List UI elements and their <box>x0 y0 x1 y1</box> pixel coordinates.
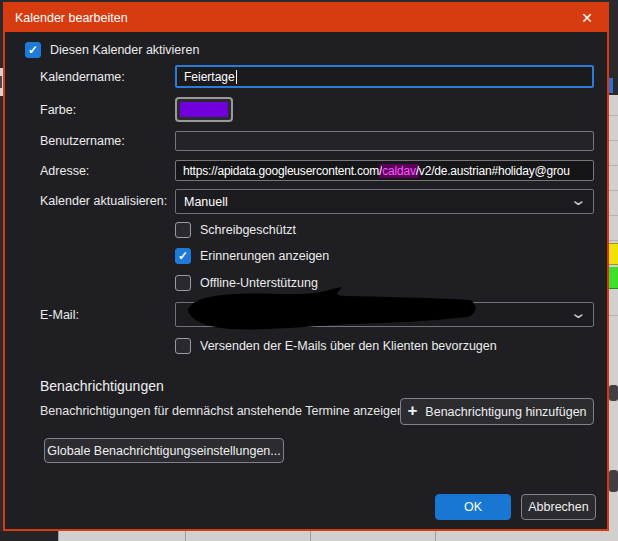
chevron-down-icon: ⌄ <box>570 304 588 322</box>
email-label: E-Mail: <box>40 308 79 322</box>
background-app-right-sliver <box>609 0 618 541</box>
dialog-body: ✓ Diesen Kalender aktivieren Kalendernam… <box>5 32 607 529</box>
refresh-selected-value: Manuell <box>184 195 228 209</box>
offline-support-checkbox[interactable]: Offline-Unterstützung <box>175 275 318 291</box>
offline-support-label: Offline-Unterstützung <box>200 276 318 290</box>
ok-button[interactable]: OK <box>435 494 511 520</box>
plus-icon: + <box>407 402 417 419</box>
color-label: Farbe: <box>40 103 76 117</box>
add-notification-button[interactable]: + Benachrichtigung hinzufügen <box>400 398 594 425</box>
color-swatch <box>180 102 228 117</box>
notifications-description: Benachrichtigungen für demnächst anstehe… <box>40 404 404 418</box>
background-selection-fragment <box>609 78 613 93</box>
close-icon[interactable]: ✕ <box>567 4 607 32</box>
send-via-client-checkbox[interactable]: Versenden der E-Mails über den Klienten … <box>175 338 497 354</box>
checkbox-checked-icon[interactable]: ✓ <box>175 248 191 264</box>
edit-calendar-dialog: Kalender bearbeiten ✕ ✓ Diesen Kalender … <box>3 2 609 531</box>
background-event-yellow <box>609 243 618 265</box>
refresh-label: Kalender aktualisieren: <box>40 194 167 208</box>
color-picker-button[interactable] <box>175 97 233 122</box>
show-reminders-label: Erinnerungen anzeigen <box>200 249 329 263</box>
readonly-label: Schreibgeschützt <box>200 223 296 237</box>
background-calendar-columns <box>0 531 618 541</box>
calendar-name-label: Kalendername: <box>40 70 125 84</box>
checkbox-unchecked-icon[interactable] <box>175 338 191 354</box>
find-highlight-match: caldav <box>382 164 416 178</box>
username-label: Benutzername: <box>40 134 125 148</box>
enable-calendar-checkbox[interactable]: ✓ Diesen Kalender aktivieren <box>25 42 199 58</box>
refresh-select[interactable]: Manuell ⌄ <box>175 189 594 214</box>
email-select[interactable]: ⌄ <box>175 302 594 327</box>
background-event-green <box>609 267 618 289</box>
cancel-button[interactable]: Abbrechen <box>521 494 596 520</box>
global-notification-settings-button[interactable]: Globale Benachrichtigungseinstellungen..… <box>44 438 284 463</box>
calendar-name-input[interactable]: Feiertage <box>175 65 594 88</box>
username-input[interactable] <box>175 131 594 151</box>
checkbox-unchecked-icon[interactable] <box>175 222 191 238</box>
enable-calendar-label: Diesen Kalender aktivieren <box>50 43 199 57</box>
dialog-title: Kalender bearbeiten <box>15 11 128 25</box>
chevron-down-icon: ⌄ <box>570 191 588 209</box>
notifications-heading: Benachrichtigungen <box>40 378 164 394</box>
dialog-titlebar[interactable]: Kalender bearbeiten ✕ <box>5 4 607 32</box>
checkbox-unchecked-icon[interactable] <box>175 275 191 291</box>
send-via-client-label: Versenden der E-Mails über den Klienten … <box>200 339 497 353</box>
readonly-checkbox[interactable]: Schreibgeschützt <box>175 222 296 238</box>
address-label: Adresse: <box>40 164 89 178</box>
text-caret <box>236 70 237 84</box>
show-reminders-checkbox[interactable]: ✓ Erinnerungen anzeigen <box>175 248 329 264</box>
address-input[interactable]: https://apidata.googleusercontent.com/ca… <box>175 160 594 181</box>
checkbox-checked-icon[interactable]: ✓ <box>25 42 41 58</box>
